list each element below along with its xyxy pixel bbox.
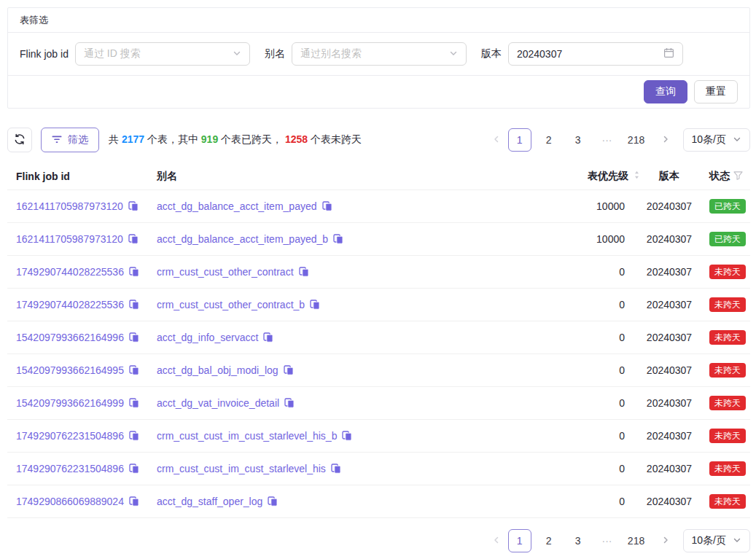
alias-link[interactable]: acct_dg_staff_oper_log [157, 496, 262, 507]
flink-job-id-link[interactable]: 1621411705987973120 [16, 233, 123, 245]
alias-link[interactable]: acct_dg_balance_acct_item_payed_b [157, 233, 328, 245]
cell-version: 20240307 [640, 364, 698, 376]
alias-link[interactable]: acct_dg_balance_acct_item_payed [157, 200, 317, 212]
copy-icon[interactable] [129, 431, 139, 441]
column-header-status: 状态 [698, 170, 750, 183]
page-size-value: 10条/页 [692, 534, 726, 547]
funnel-filter-icon[interactable] [733, 171, 743, 182]
pagination-prev-button[interactable] [485, 128, 508, 152]
sorter-icon[interactable] [634, 170, 640, 182]
alias-select[interactable]: 通过别名搜索 [292, 42, 467, 66]
column-header-label: Flink job id [16, 171, 70, 182]
pagination: 123···218 10条/页 [485, 529, 750, 552]
pagination-page-1[interactable]: 1 [508, 529, 531, 552]
copy-icon[interactable] [129, 267, 139, 277]
summary-mid1: 个表，其中 [144, 133, 201, 145]
copy-icon[interactable] [268, 496, 278, 507]
copy-icon[interactable] [310, 300, 320, 310]
pagination-page-2[interactable]: 2 [537, 529, 561, 552]
copy-icon[interactable] [129, 300, 139, 310]
version-value: 20240307 [647, 200, 692, 212]
pagination-next-button[interactable] [654, 529, 677, 552]
status-badge: 未跨天 [709, 265, 746, 279]
cell-priority: 0 [538, 332, 640, 343]
alias-link[interactable]: crm_cust_cust_other_contract_b [157, 299, 305, 310]
copy-icon[interactable] [129, 464, 139, 474]
cell-alias: acct_dg_info_servacct [157, 332, 538, 343]
version-value: 20240307 [647, 266, 692, 278]
table-row: 1749290762231504896 crm_cust_cust_im_cus… [7, 420, 750, 453]
flink-job-id-link[interactable]: 1749290744028225536 [16, 299, 124, 310]
query-button[interactable]: 查询 [644, 80, 687, 103]
bottom-pagination-wrap: 123···218 10条/页 [7, 529, 750, 552]
filter-actions: 查询 重置 [8, 76, 749, 108]
pagination-page-218[interactable]: 218 [625, 529, 648, 552]
cell-priority: 0 [538, 430, 640, 442]
pagination-ellipsis[interactable]: ··· [596, 128, 619, 152]
alias-link[interactable]: crm_cust_cust_im_cust_starlevel_his_b [157, 430, 337, 442]
copy-icon[interactable] [322, 201, 332, 211]
table-row: 1542097993662164999 acct_dg_vat_invoice_… [7, 387, 750, 420]
copy-icon[interactable] [129, 365, 139, 375]
pagination-page-2[interactable]: 2 [537, 128, 561, 152]
refresh-button[interactable] [7, 128, 32, 152]
column-header-flink-job-id: Flink job id [7, 171, 157, 182]
pagination-page-3[interactable]: 3 [566, 529, 590, 552]
column-header-priority[interactable]: 表优先级 [538, 170, 640, 183]
copy-icon[interactable] [331, 464, 341, 474]
reset-button[interactable]: 重置 [694, 80, 738, 103]
copy-icon[interactable] [342, 431, 352, 441]
copy-icon[interactable] [299, 267, 309, 277]
cell-priority: 10000 [538, 200, 640, 212]
flink-job-id-link[interactable]: 1621411705987973120 [16, 200, 123, 212]
flink-job-id-link[interactable]: 1749290762231504896 [16, 430, 124, 442]
alias-link[interactable]: acct_dg_vat_invoice_detail [157, 397, 279, 409]
pagination-page-1[interactable]: 1 [508, 128, 531, 152]
copy-icon[interactable] [129, 496, 139, 507]
flink-job-id-link[interactable]: 1749290762231504896 [16, 463, 124, 474]
pagination-next-button[interactable] [654, 128, 677, 152]
alias-link[interactable]: acct_dg_info_servacct [157, 332, 258, 343]
flink-job-id-select[interactable]: 通过 ID 搜索 [75, 42, 250, 66]
pagination-ellipsis[interactable]: ··· [596, 529, 619, 552]
filter-toggle-button[interactable]: 筛选 [41, 128, 99, 152]
cell-status: 未跨天 [698, 396, 750, 410]
status-badge: 未跨天 [709, 429, 746, 443]
copy-icon[interactable] [128, 201, 139, 211]
cell-status: 未跨天 [698, 265, 750, 279]
alias-link[interactable]: crm_cust_cust_im_cust_starlevel_his [157, 463, 326, 474]
page-size-select[interactable]: 10条/页 [683, 529, 750, 552]
pagination-page-3[interactable]: 3 [566, 128, 590, 152]
field-alias: 别名 通过别名搜索 [265, 42, 467, 66]
column-header-alias: 别名 [157, 170, 538, 183]
cell-alias: acct_dg_vat_invoice_detail [157, 397, 538, 409]
version-value: 20240307 [647, 496, 692, 507]
flink-job-id-link[interactable]: 1749290866069889024 [16, 496, 124, 507]
pagination-pages: 123···218 [508, 128, 648, 152]
version-date-input[interactable]: 20240307 [508, 42, 683, 66]
cell-status: 未跨天 [698, 363, 750, 378]
alias-link[interactable]: acct_dg_bal_obj_modi_log [157, 364, 278, 376]
pagination-page-218[interactable]: 218 [625, 128, 648, 152]
cell-version: 20240307 [640, 463, 698, 474]
flink-job-id-link[interactable]: 1749290744028225536 [16, 266, 124, 278]
copy-icon[interactable] [129, 332, 139, 343]
chevron-down-icon [233, 48, 241, 60]
copy-icon[interactable] [284, 365, 294, 375]
copy-icon[interactable] [129, 398, 139, 408]
pagination-prev-button[interactable] [485, 529, 508, 552]
field-flink-job-id: Flink job id 通过 ID 搜索 [20, 42, 250, 66]
status-badge: 未跨天 [709, 330, 746, 345]
flink-job-id-link[interactable]: 1542097993662164999 [16, 397, 124, 409]
priority-value: 0 [619, 397, 625, 409]
alias-link[interactable]: crm_cust_cust_other_contract [157, 266, 294, 278]
copy-icon[interactable] [284, 398, 295, 408]
flink-job-id-link[interactable]: 1542097993662164995 [16, 364, 124, 376]
version-value: 20240307 [647, 397, 692, 409]
page-size-select[interactable]: 10条/页 [683, 128, 750, 152]
flink-job-id-link[interactable]: 1542097993662164996 [16, 332, 124, 343]
copy-icon[interactable] [333, 234, 343, 244]
chevron-right-icon [661, 535, 670, 547]
copy-icon[interactable] [128, 234, 139, 244]
copy-icon[interactable] [263, 332, 273, 343]
